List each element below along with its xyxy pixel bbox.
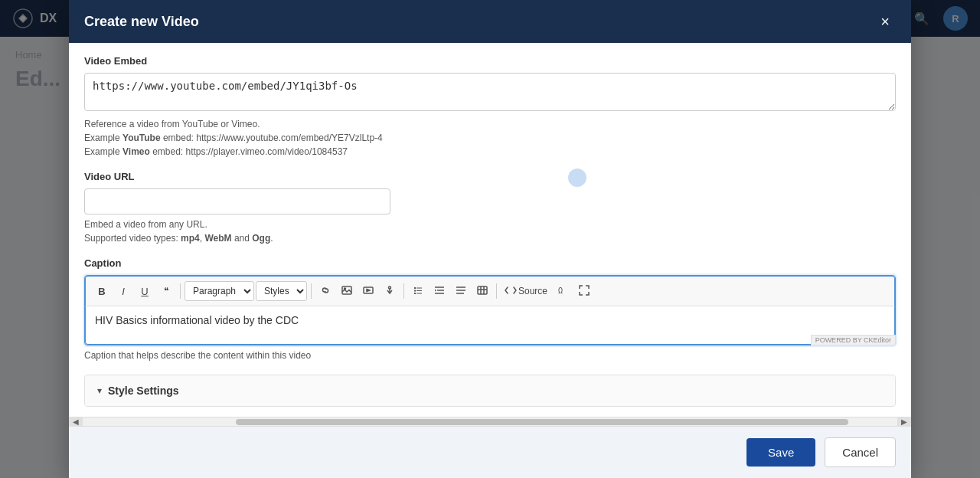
svg-rect-8 (416, 287, 422, 288)
toolbar-source-button[interactable]: Source (501, 281, 551, 301)
ckeditor-badge: POWERED BY CKEditor (811, 335, 896, 345)
caption-text: HIV Basics informational video by the CD… (95, 314, 299, 326)
svg-rect-19 (478, 286, 487, 294)
video-embed-input[interactable] (84, 73, 896, 111)
video-url-help: Embed a video from any URL. Supported vi… (84, 218, 896, 245)
toolbar-separator-4 (496, 283, 497, 299)
modal-overlay: Create new Video × Video Embed Reference… (0, 0, 980, 478)
svg-rect-7 (414, 287, 416, 289)
toolbar-paragraph-select[interactable]: Paragraph Heading 1 Heading 2 Heading 3 (185, 281, 254, 301)
svg-rect-9 (414, 290, 416, 291)
scroll-thumb[interactable] (236, 419, 848, 425)
toolbar-separator-1 (180, 283, 181, 299)
special-chars-icon: Ω (557, 285, 568, 298)
toolbar-special-chars-button[interactable]: Ω (553, 281, 573, 301)
chevron-down-icon: ▾ (97, 385, 102, 396)
modal-close-button[interactable]: × (874, 11, 896, 32)
toolbar-separator-2 (311, 283, 312, 299)
fullscreen-icon (579, 285, 590, 298)
svg-point-5 (389, 286, 391, 289)
svg-rect-12 (416, 293, 422, 293)
horizontal-scrollbar[interactable]: ◀ ▶ (69, 417, 911, 426)
video-url-input[interactable] (84, 188, 390, 214)
toolbar-align-button[interactable] (451, 281, 471, 301)
toolbar-indent-button[interactable] (430, 281, 449, 301)
list-icon (413, 285, 423, 298)
caption-toolbar: B I U ❝ Paragraph Heading 1 Heading 2 (85, 276, 895, 306)
caption-editor-wrapper: B I U ❝ Paragraph Heading 1 Heading 2 (84, 275, 896, 345)
toolbar-media-button[interactable] (358, 281, 378, 301)
caption-label: Caption (84, 257, 896, 269)
modal-header: Create new Video × (69, 0, 911, 43)
create-video-modal: Create new Video × Video Embed Reference… (69, 0, 911, 478)
caption-section: Caption B I U ❝ Para (84, 257, 896, 362)
modal-footer: Save Cancel (69, 426, 911, 478)
toolbar-link-button[interactable] (315, 281, 335, 301)
toolbar-table-button[interactable] (472, 281, 492, 301)
toolbar-list-button[interactable] (408, 281, 428, 301)
caption-editor[interactable]: HIV Basics informational video by the CD… (85, 306, 895, 345)
save-button[interactable]: Save (746, 438, 815, 467)
video-embed-label: Video Embed (84, 55, 896, 67)
video-embed-help: Reference a video from YouTube or Vimeo.… (84, 117, 896, 159)
source-icon (505, 285, 517, 297)
toolbar-fullscreen-button[interactable] (574, 281, 594, 301)
toolbar-image-button[interactable] (337, 281, 357, 301)
toolbar-blockquote-button[interactable]: ❝ (156, 281, 176, 301)
svg-text:Ω: Ω (558, 286, 563, 295)
source-label: Source (518, 286, 547, 296)
caption-help-text: Caption that helps describe the content … (84, 349, 896, 362)
toolbar-anchor-button[interactable] (380, 281, 400, 301)
align-icon (456, 285, 466, 298)
anchor-icon (384, 285, 395, 298)
toolbar-separator-3 (403, 283, 404, 299)
video-url-section: Video URL Embed a video from any URL. Su… (84, 171, 896, 245)
style-settings-header[interactable]: ▾ Style Settings (85, 375, 895, 406)
video-embed-section: Video Embed Reference a video from YouTu… (84, 55, 896, 159)
cancel-button[interactable]: Cancel (825, 437, 896, 467)
modal-title: Create new Video (84, 14, 199, 30)
toolbar-bold-button[interactable]: B (92, 281, 112, 301)
style-settings-section: ▾ Style Settings (84, 375, 896, 407)
svg-rect-10 (416, 290, 422, 291)
link-icon (320, 285, 331, 298)
caption-editor-container: B I U ❝ Paragraph Heading 1 Heading 2 (84, 275, 896, 345)
scroll-right-arrow[interactable]: ▶ (897, 417, 911, 427)
style-settings-label: Style Settings (108, 385, 179, 397)
video-url-label: Video URL (84, 171, 896, 182)
media-icon (363, 285, 374, 298)
table-icon (477, 285, 488, 298)
toolbar-italic-button[interactable]: I (113, 281, 133, 301)
blockquote-icon: ❝ (164, 286, 168, 296)
modal-body[interactable]: Video Embed Reference a video from YouTu… (69, 43, 911, 417)
toolbar-styles-select[interactable]: Styles (256, 281, 307, 301)
scroll-left-arrow[interactable]: ◀ (69, 417, 83, 427)
svg-rect-11 (414, 293, 416, 294)
indent-icon (434, 285, 445, 298)
toolbar-underline-button[interactable]: U (135, 281, 155, 301)
image-icon (341, 285, 352, 298)
